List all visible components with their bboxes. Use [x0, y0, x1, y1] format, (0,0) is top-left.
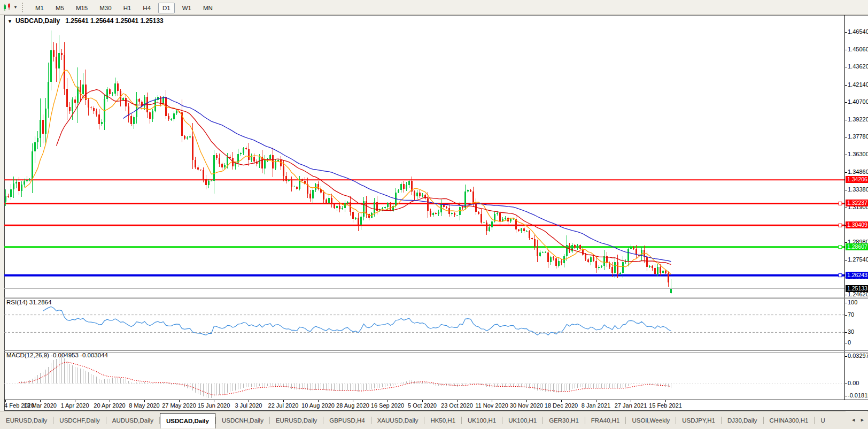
time-axis-label: 10 Aug 2020 — [301, 402, 335, 409]
time-axis-label: 5 Oct 2020 — [408, 402, 437, 409]
price-axis-label: 1.27540 — [848, 256, 868, 263]
time-axis-label: 23 Oct 2020 — [441, 402, 473, 409]
rsi-indicator-label: RSI(14) 31.2864 — [6, 299, 51, 305]
chart-tab-china300-h1[interactable]: CHINA300,H1 — [764, 413, 815, 427]
chart-title: ▼USDCAD,Daily1.25641 1.25644 1.25041 1.2… — [7, 17, 164, 25]
price-axis-label: 1.24620 — [848, 291, 868, 297]
time-axis-label: 28 Aug 2020 — [336, 402, 369, 409]
price-axis-label: 1.46540 — [848, 28, 868, 35]
chart-tab-bar: EURUSD,DailyUSDCHF,DailyAUDUSD,DailyUSDC… — [0, 411, 868, 429]
timeframe-button-m15[interactable]: M15 — [72, 3, 92, 13]
price-axis-label: 1.34860 — [848, 168, 868, 175]
time-axis-label: 27 Jan 2021 — [615, 402, 647, 409]
chart-tab-audusd-daily[interactable]: AUDUSD,Daily — [106, 413, 159, 427]
time-axis-label: 8 Jan 2021 — [582, 402, 610, 409]
time-axis-label: 18 Dec 2020 — [545, 402, 578, 409]
macd-axis-label: 0.00 — [848, 380, 859, 386]
rsi-axis-label: 70 — [848, 311, 854, 318]
price-axis-label: 1.45060 — [848, 46, 868, 52]
chart-tab-eurusd-daily[interactable]: EURUSD,Daily — [0, 413, 53, 427]
price-axis-label: 1.43620 — [848, 63, 868, 70]
chart-tab-ger30-h1[interactable]: GER30,H1 — [543, 413, 585, 427]
chart-tab-fra40-h1[interactable]: FRA40,H1 — [585, 413, 626, 427]
chart-tab-xauusd-daily[interactable]: XAUUSD,Daily — [371, 413, 424, 427]
price-axis-label: 1.33380 — [848, 186, 868, 193]
chart-ohlc-values: 1.25641 1.25644 1.25041 1.25133 — [65, 17, 164, 25]
trading-terminal-window: ▼ M1M5M15M30H1H4D1W1MN ▼USDCAD,Daily1.25… — [0, 0, 868, 429]
timeframe-button-w1[interactable]: W1 — [178, 3, 196, 13]
timeframe-buttons: M1M5M15M30H1H4D1W1MN — [29, 3, 219, 12]
chart-tab-usdjpy-h1[interactable]: USDJPY,H1 — [676, 413, 721, 427]
chart-tab-uk100-h1[interactable]: UK100,H1 — [502, 413, 542, 427]
chart-tab-dj30-daily[interactable]: DJ30,Daily — [722, 413, 763, 427]
timeframe-button-m1[interactable]: M1 — [31, 3, 48, 13]
price-axis-label: 1.39220 — [848, 116, 868, 122]
chart-tab-eurusd-daily[interactable]: EURUSD,Daily — [270, 413, 323, 427]
timeframe-toolbar: ▼ M1M5M15M30H1H4D1W1MN — [0, 0, 868, 15]
chart-tab-uk100-h1[interactable]: UK100,H1 — [462, 413, 502, 427]
price-axis-label: 1.42140 — [848, 81, 868, 88]
time-axis-label: 16 Sep 2020 — [371, 402, 404, 409]
rsi-axis-label: 30 — [848, 328, 854, 335]
timeframe-button-d1[interactable]: D1 — [158, 3, 175, 13]
timeframe-button-h1[interactable]: H1 — [119, 3, 136, 13]
time-axis-label: 15 Jun 2020 — [198, 402, 230, 409]
time-axis-label: 11 Nov 2020 — [475, 402, 508, 409]
window-left-margin — [0, 15, 4, 411]
price-axis-label: 1.37780 — [848, 133, 868, 140]
tab-scroll-left-button[interactable]: ◄ — [849, 416, 858, 424]
rsi-axis-label: 100 — [848, 299, 857, 305]
toolbar-grip-handle[interactable] — [22, 3, 25, 12]
current-price-badge: 1.25133 — [846, 285, 868, 292]
price-level-badge: 1.28607 — [846, 243, 868, 250]
time-axis-label: 22 Jul 2020 — [268, 402, 299, 409]
time-axis-label: 15 Feb 2021 — [649, 402, 682, 409]
time-axis-label: 27 May 2020 — [162, 402, 196, 409]
time-axis-label: 3 Jul 2020 — [235, 402, 262, 409]
tab-scroll-arrows: ◄ ► — [846, 411, 867, 429]
macd-axis-label: -0.018154 — [848, 392, 868, 399]
chart-tab-hk50-h1[interactable]: HK50,H1 — [424, 413, 461, 427]
chart-symbol-period: USDCAD,Daily — [15, 17, 60, 25]
candlestick-chart-icon[interactable] — [2, 3, 13, 12]
price-level-badge: 1.34206 — [846, 176, 868, 183]
chart-tab-gbpusd-h4[interactable]: GBPUSD,H4 — [323, 413, 370, 427]
chart-tab-usdcnh-daily[interactable]: USDCNH,Daily — [216, 413, 269, 427]
price-level-badge: 1.26243 — [846, 272, 868, 279]
chart-tab-usdchf-daily[interactable]: USDCHF,Daily — [53, 413, 105, 427]
chart-tab-usoil-weekly[interactable]: USOil,Weekly — [626, 413, 676, 427]
price-level-badge: 1.30409 — [846, 221, 868, 228]
price-level-badge: 1.32237 — [846, 200, 868, 206]
time-axis-label: 8 May 2020 — [129, 402, 159, 409]
macd-axis-label: 0.032972 — [848, 353, 868, 359]
time-axis-label: 1 Apr 2020 — [60, 402, 89, 409]
collapse-triangle-icon[interactable]: ▼ — [7, 19, 12, 24]
chevron-down-icon[interactable]: ▼ — [13, 5, 18, 10]
chart-tab-u[interactable]: U — [815, 413, 831, 427]
tab-scroll-right-button[interactable]: ► — [858, 416, 867, 424]
time-axis-label: 30 Nov 2020 — [510, 402, 543, 409]
price-chart-canvas[interactable] — [0, 0, 868, 429]
price-axis-label: 1.40700 — [848, 98, 868, 105]
rsi-axis-label: 0 — [848, 339, 851, 346]
macd-indicator-label: MACD(12,26,9) -0.004953 -0.003044 — [6, 352, 108, 358]
timeframe-button-m30[interactable]: M30 — [95, 3, 115, 13]
time-axis-label: 20 Apr 2020 — [94, 402, 125, 409]
timeframe-button-m5[interactable]: M5 — [51, 3, 68, 13]
chart-tab-usdcad-daily[interactable]: USDCAD,Daily — [160, 413, 215, 428]
timeframe-button-mn[interactable]: MN — [199, 3, 217, 13]
timeframe-button-h4[interactable]: H4 — [138, 3, 155, 13]
time-axis-label: 13 Mar 2020 — [24, 402, 57, 409]
price-axis-label: 1.36300 — [848, 151, 868, 157]
